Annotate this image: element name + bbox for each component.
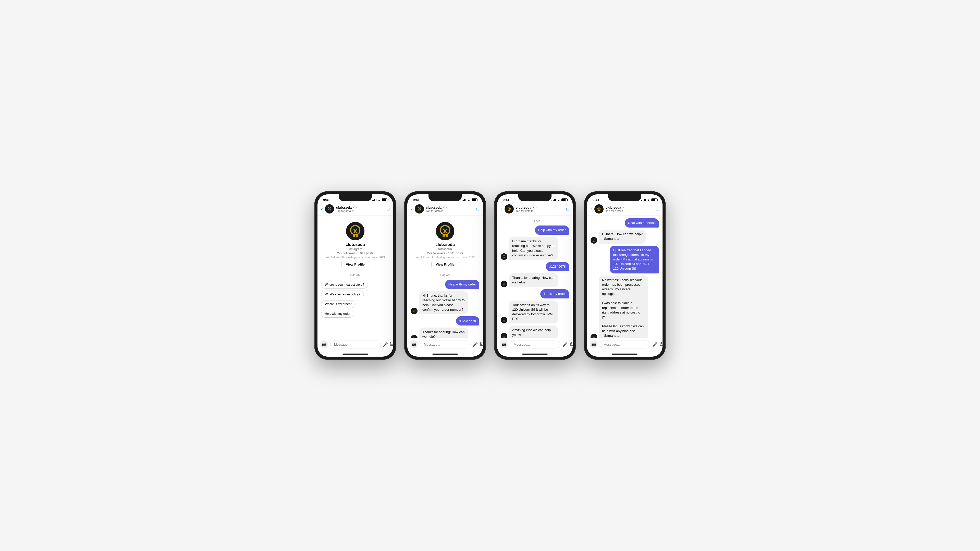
received-message-bubble: Hi Shane, thanks for reaching out! We're… bbox=[419, 291, 468, 314]
back-button[interactable]: ‹ bbox=[590, 206, 592, 212]
home-bar bbox=[587, 351, 662, 357]
view-profile-button[interactable]: View Profile bbox=[342, 261, 369, 268]
chat-timestamp: 9:41 AM bbox=[501, 219, 569, 222]
camera-button[interactable]: 📷 bbox=[590, 340, 598, 348]
message-input[interactable] bbox=[330, 341, 381, 348]
sent-message-bubble: Help with my order bbox=[535, 225, 569, 235]
nav-subtitle: Tap for details bbox=[516, 210, 566, 213]
sender-avatar bbox=[411, 335, 417, 338]
account-name: club:soda bbox=[516, 206, 531, 210]
verified-badge: ✓ bbox=[622, 206, 625, 209]
camera-button[interactable]: 📷 bbox=[320, 340, 328, 348]
profile-header: club:soda Instagram 27K followers • 1041… bbox=[411, 218, 479, 271]
nav-name: club:soda ✓ › bbox=[516, 206, 566, 210]
input-bar: 📷 🎤 🖼 😊 bbox=[407, 338, 483, 351]
nav-avatar bbox=[415, 204, 424, 213]
sent-message-bubble: I just realized that I added the wrong a… bbox=[610, 246, 659, 273]
back-button[interactable]: ‹ bbox=[501, 206, 503, 212]
nav-avatar bbox=[325, 204, 334, 213]
quick-reply-chip[interactable]: Where is your nearest store? bbox=[321, 281, 368, 289]
nav-subtitle: Tap for details bbox=[336, 210, 387, 213]
status-icons: ▲ bbox=[462, 198, 477, 202]
message-row: Track my order bbox=[501, 289, 569, 299]
sender-avatar bbox=[501, 317, 508, 324]
back-button[interactable]: ‹ bbox=[321, 206, 323, 212]
camera-button[interactable]: 📷 bbox=[500, 340, 508, 348]
message-row: Thanks for sharing! How can we help? bbox=[501, 273, 569, 287]
input-bar: 📷 🎤 🖼 😊 bbox=[318, 338, 393, 351]
nav-bar: ‹ club:soda ✓ › Tap for details □ bbox=[407, 203, 483, 216]
gallery-icon[interactable]: 🖼 bbox=[390, 342, 393, 347]
camera-button[interactable]: 📷 bbox=[410, 340, 418, 348]
received-message-bubble: Thanks for sharing! How can we help? bbox=[509, 273, 558, 287]
mic-icon[interactable]: 🎤 bbox=[473, 342, 478, 347]
received-message-bubble: Hi there! How can we help? - Samantha bbox=[599, 230, 646, 243]
svg-point-13 bbox=[592, 335, 596, 338]
received-message-bubble: Your order it on its way to 120 Unicorn … bbox=[509, 300, 558, 324]
notch bbox=[518, 194, 552, 201]
wifi-icon: ▲ bbox=[468, 198, 470, 202]
message-input[interactable] bbox=[510, 341, 560, 348]
home-indicator bbox=[432, 354, 458, 354]
profile-followers: 27K followers • 1041 posts bbox=[337, 251, 373, 255]
profile-avatar bbox=[436, 222, 454, 240]
quick-reply-chip[interactable]: What's your return policy? bbox=[321, 291, 364, 298]
home-indicator bbox=[342, 354, 368, 354]
signal-icon bbox=[372, 199, 376, 201]
nav-name: club:soda ✓ › bbox=[606, 206, 656, 210]
home-indicator bbox=[522, 354, 548, 354]
phone-1: 9:41 ▲ ‹ club:soda ✓ › Tap for details □ bbox=[314, 191, 396, 360]
sender-avatar bbox=[501, 333, 508, 338]
status-icons: ▲ bbox=[552, 198, 567, 202]
status-time: 9:41 bbox=[503, 198, 509, 202]
view-profile-button[interactable]: View Profile bbox=[431, 261, 458, 268]
chevron-icon: › bbox=[625, 206, 626, 209]
gallery-icon[interactable]: 🖼 bbox=[659, 342, 662, 347]
nav-name: club:soda ✓ › bbox=[426, 206, 476, 210]
verified-badge: ✓ bbox=[353, 206, 355, 209]
input-icons: 🎤 🖼 😊 bbox=[473, 342, 483, 347]
signal-icon bbox=[552, 199, 556, 201]
message-row: Chat with a person bbox=[590, 218, 659, 227]
sent-message-bubble: Help with my order bbox=[445, 280, 479, 289]
gallery-icon[interactable]: 🖼 bbox=[570, 342, 573, 347]
mic-icon[interactable]: 🎤 bbox=[563, 342, 568, 347]
message-row: Help with my order bbox=[501, 225, 569, 235]
message-row: I just realized that I added the wrong a… bbox=[590, 246, 659, 273]
quick-reply-chip[interactable]: Where is my order? bbox=[321, 300, 355, 308]
scene: 9:41 ▲ ‹ club:soda ✓ › Tap for details □ bbox=[304, 176, 676, 375]
profile-header: club:soda Instagram 27K followers • 1041… bbox=[321, 218, 390, 271]
mic-icon[interactable]: 🎤 bbox=[652, 342, 657, 347]
received-message-bubble: Anything else we can help you with? bbox=[509, 326, 558, 338]
nav-info: club:soda ✓ › Tap for details bbox=[516, 206, 566, 213]
signal-icon bbox=[462, 199, 466, 201]
account-name: club:soda bbox=[426, 206, 442, 210]
status-icons: ▲ bbox=[372, 198, 387, 202]
message-input[interactable] bbox=[420, 341, 471, 348]
sent-message-bubble: Chat with a person bbox=[625, 218, 659, 227]
wifi-icon: ▲ bbox=[647, 198, 650, 202]
notch bbox=[608, 194, 641, 201]
sender-avatar bbox=[501, 281, 508, 287]
gallery-icon[interactable]: 🖼 bbox=[480, 342, 483, 347]
video-call-icon[interactable]: □ bbox=[387, 206, 390, 212]
profile-platform: Instagram bbox=[438, 248, 452, 251]
input-bar: 📷 🎤 🖼 😊 bbox=[587, 338, 662, 351]
video-call-icon[interactable]: □ bbox=[566, 206, 569, 212]
verified-badge: ✓ bbox=[442, 206, 445, 209]
mic-icon[interactable]: 🎤 bbox=[383, 342, 388, 347]
quick-reply-chip[interactable]: Help with my order bbox=[321, 310, 354, 318]
back-button[interactable]: ‹ bbox=[411, 206, 413, 212]
message-input[interactable] bbox=[600, 341, 650, 348]
status-time: 9:41 bbox=[413, 198, 420, 202]
home-indicator bbox=[612, 354, 638, 354]
notch bbox=[428, 194, 462, 201]
nav-subtitle: Tap for details bbox=[426, 210, 476, 213]
sender-avatar bbox=[590, 333, 597, 338]
video-call-icon[interactable]: □ bbox=[476, 206, 479, 212]
input-icons: 🎤 🖼 😊 bbox=[383, 342, 393, 347]
battery-icon bbox=[562, 198, 567, 201]
quick-replies: Where is your nearest store?What's your … bbox=[321, 280, 390, 319]
video-call-icon[interactable]: □ bbox=[656, 206, 659, 212]
profile-since: You followed this Instagram account sinc… bbox=[415, 256, 475, 259]
